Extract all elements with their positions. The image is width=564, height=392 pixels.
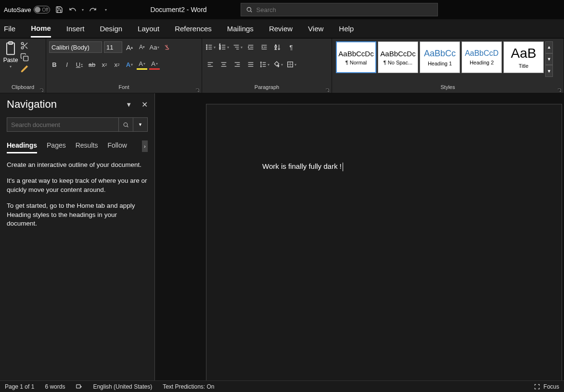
group-paragraph: ▾ 123▾ ▾ AZ ¶ ▾ ▾ ▾ Paragraph <box>202 38 332 93</box>
decrease-indent-icon[interactable] <box>245 42 256 52</box>
status-predictions[interactable]: Text Predictions: On <box>163 383 214 390</box>
copy-icon[interactable] <box>20 53 29 62</box>
tab-insert[interactable]: Insert <box>66 21 85 37</box>
tab-design[interactable]: Design <box>100 21 122 37</box>
paste-button[interactable]: Paste ▾ <box>3 40 18 69</box>
align-right-icon[interactable] <box>232 59 243 70</box>
undo-dropdown[interactable]: ▾ <box>82 8 84 12</box>
search-input[interactable] <box>256 6 433 13</box>
bullets-icon[interactable]: ▾ <box>205 42 216 52</box>
font-color-icon[interactable]: A▾ <box>149 59 160 70</box>
cut-icon[interactable] <box>20 41 29 50</box>
clipboard-launcher[interactable] <box>39 86 45 92</box>
tab-home[interactable]: Home <box>31 20 51 38</box>
multilevel-icon[interactable]: ▾ <box>232 42 243 52</box>
paragraph-launcher[interactable] <box>325 86 331 92</box>
strike-button[interactable]: ab <box>87 59 97 70</box>
style-title[interactable]: AaBTitle <box>503 41 544 73</box>
save-icon[interactable] <box>55 5 64 14</box>
svg-rect-55 <box>77 384 80 388</box>
shrink-font-icon[interactable]: A▾ <box>137 42 147 52</box>
title-bar: AutoSave Off ▾ ▾ Document2 - Word <box>0 0 564 19</box>
svg-text:A: A <box>275 44 277 47</box>
font-name-select[interactable] <box>49 41 102 53</box>
tab-mailings[interactable]: Mailings <box>227 21 254 37</box>
style-scroll[interactable]: ▲▼▼ <box>545 41 553 77</box>
status-spellcheck-icon[interactable] <box>76 383 82 390</box>
nav-tabs: HeadingsPagesResultsFollow› <box>7 139 148 154</box>
group-clipboard: Paste ▾ Clipboard <box>0 38 46 93</box>
superscript-button[interactable]: x2 <box>112 59 122 70</box>
nav-search-go-icon[interactable] <box>118 118 133 131</box>
svg-point-4 <box>21 42 24 45</box>
font-size-select[interactable] <box>104 41 122 53</box>
nav-tab-scroll[interactable]: › <box>142 140 148 152</box>
nav-tab-headings[interactable]: Headings <box>7 139 37 153</box>
qat-customize[interactable]: ▾ <box>105 8 107 12</box>
highlight-icon[interactable]: A▾ <box>137 59 147 70</box>
nav-search-dropdown[interactable]: ▼ <box>133 118 147 131</box>
redo-icon[interactable] <box>89 5 97 14</box>
style---no-spac---[interactable]: AaBbCcDc¶ No Spac... <box>378 41 418 73</box>
document-page[interactable]: Work is finally fully dark ! <box>206 104 562 380</box>
ribbon: Paste ▾ Clipboard A▴ A▾ Aa▾ B <box>0 38 564 93</box>
style-heading-1[interactable]: AaBbCcHeading 1 <box>420 41 460 73</box>
underline-button[interactable]: U▾ <box>74 59 85 70</box>
text-effects-icon[interactable]: A▾ <box>124 59 135 70</box>
align-center-icon[interactable] <box>218 59 229 70</box>
nav-search-input[interactable] <box>7 121 118 128</box>
change-case-icon[interactable]: Aa▾ <box>149 42 160 52</box>
svg-line-7 <box>26 47 27 49</box>
nav-search[interactable]: ▼ <box>7 117 148 132</box>
nav-tab-results[interactable]: Results <box>76 139 98 153</box>
svg-rect-3 <box>9 42 13 44</box>
increase-indent-icon[interactable] <box>259 42 269 52</box>
tab-file[interactable]: File <box>4 21 15 37</box>
subscript-button[interactable]: x2 <box>99 59 110 70</box>
tab-references[interactable]: References <box>175 21 212 37</box>
status-words[interactable]: 6 words <box>45 383 65 390</box>
status-language[interactable]: English (United States) <box>93 383 152 390</box>
align-left-icon[interactable] <box>205 59 216 70</box>
clear-format-icon[interactable] <box>162 42 172 52</box>
nav-tab-pages[interactable]: Pages <box>47 139 66 153</box>
autosave-toggle[interactable]: AutoSave Off <box>4 6 50 13</box>
numbering-icon[interactable]: 123▾ <box>218 42 229 52</box>
style-heading-2[interactable]: AaBbCcDHeading 2 <box>461 41 502 73</box>
svg-point-14 <box>206 49 207 50</box>
nav-dropdown-icon[interactable]: ▼ <box>126 101 132 108</box>
toggle-switch[interactable]: Off <box>34 6 50 13</box>
justify-icon[interactable] <box>245 59 256 70</box>
nav-close-icon[interactable]: ✕ <box>141 100 148 109</box>
tab-review[interactable]: Review <box>269 21 293 37</box>
search-box[interactable] <box>241 3 438 16</box>
tab-view[interactable]: View <box>308 21 323 37</box>
style-scroll-down[interactable]: ▼ <box>545 53 553 65</box>
svg-point-10 <box>206 45 207 46</box>
borders-icon[interactable]: ▾ <box>286 59 296 70</box>
tab-help[interactable]: Help <box>339 21 354 37</box>
undo-icon[interactable] <box>68 5 77 14</box>
style-scroll-up[interactable]: ▲ <box>545 41 553 53</box>
status-focus[interactable]: Focus <box>534 383 559 390</box>
nav-body: Create an interactive outline of your do… <box>7 161 148 235</box>
nav-title: Navigation <box>7 98 57 111</box>
document-area[interactable]: Work is finally fully dark ! <box>155 93 564 380</box>
style---normal[interactable]: AaBbCcDc¶ Normal <box>336 41 376 73</box>
tab-layout[interactable]: Layout <box>138 21 159 37</box>
font-launcher[interactable] <box>195 86 201 92</box>
style-expand[interactable]: ▼ <box>545 65 553 77</box>
grow-font-icon[interactable]: A▴ <box>124 42 135 52</box>
styles-launcher[interactable] <box>557 86 563 92</box>
line-spacing-icon[interactable]: ▾ <box>259 59 269 70</box>
bold-button[interactable]: B <box>49 59 60 70</box>
nav-tab-follow[interactable]: Follow <box>107 139 127 153</box>
show-marks-icon[interactable]: ¶ <box>286 42 296 52</box>
shading-icon[interactable]: ▾ <box>272 59 283 70</box>
document-text[interactable]: Work is finally fully dark ! <box>262 162 342 170</box>
italic-button[interactable]: I <box>62 59 72 70</box>
group-font: A▴ A▾ Aa▾ B I U▾ ab x2 x2 A▾ A▾ A▾ Font <box>46 38 202 93</box>
format-painter-icon[interactable] <box>20 64 29 73</box>
status-page[interactable]: Page 1 of 1 <box>5 383 34 390</box>
sort-icon[interactable]: AZ <box>272 42 283 52</box>
